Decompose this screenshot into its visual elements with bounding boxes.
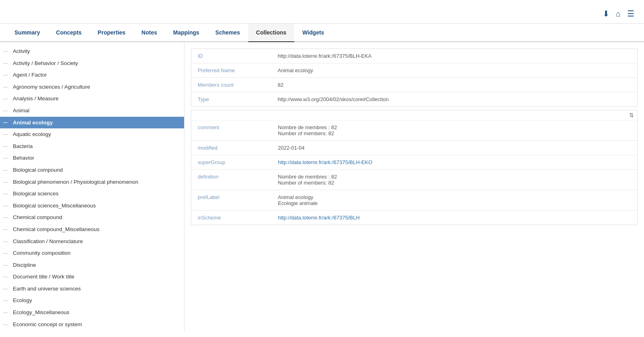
detail-value: 2022-01-04 [271,141,637,155]
table-row: prefLabelAnimal ecologyEcologie animale [191,190,637,211]
table-row: superGrouphttp://data.loterre.fr/ark:/67… [191,155,637,170]
detail-value: Nombre de membres : 82Number of members:… [271,170,637,190]
detail-label: prefLabel [191,190,271,211]
list-item[interactable]: Classification / Nomenclature [0,235,184,248]
table-row: Members count82 [191,78,638,92]
tab-schemes[interactable]: Schemes [207,24,248,42]
collections-list: ActivityActivity / Behavior / SocietyAge… [0,42,184,331]
sort-icon[interactable]: ⇅ [629,112,634,118]
detail-wrapper: IDhttp://data.loterre.fr/ark:/67375/BLH-… [184,42,644,231]
tab-properties[interactable]: Properties [90,24,134,42]
detail-value: http://data.loterre.fr/ark:/67375/BLH [271,211,637,225]
detail-label: modified [191,141,271,155]
list-item[interactable]: Animal ecology [0,117,184,129]
list-item[interactable]: Bacteria [0,140,184,152]
detail-table-1: IDhttp://data.loterre.fr/ark:/67375/BLH-… [191,49,638,107]
list-item[interactable]: Agent / Factor [0,69,184,81]
table-row: modified2022-01-04 [191,141,637,155]
detail-section-2: ⇅ commentNombre de membres : 82Number of… [191,110,638,225]
tab-bar: SummaryConceptsPropertiesNotesMappingsSc… [0,24,644,42]
list-icon[interactable]: ☰ [627,9,634,18]
list-item[interactable]: Agronomy sciences / Agriculture [0,81,184,93]
tab-concepts[interactable]: Concepts [48,24,90,42]
list-item[interactable]: Activity [0,45,184,57]
detail-link[interactable]: http://data.loterre.fr/ark:/67375/BLH-EK… [278,159,373,165]
list-item[interactable]: Economic concept or system [0,319,184,331]
tab-summary[interactable]: Summary [6,24,48,42]
list-item[interactable]: Document title / Work title [0,271,184,283]
detail-value: Animal ecology [271,63,638,78]
section-header: ⇅ [191,110,637,120]
list-item[interactable]: Biological sciences_Miscellaneous [0,200,184,212]
detail-value: http://data.loterre.fr/ark:/67375/BLH-EK… [271,155,637,170]
table-row: inSchemehttp://data.loterre.fr/ark:/6737… [191,211,637,225]
list-item[interactable]: Chemical compound [0,211,184,223]
page-header: ⬇ ⌂ ☰ [0,0,644,24]
detail-value: http://data.loterre.fr/ark:/67375/BLH-EK… [271,49,638,63]
tab-collections[interactable]: Collections [248,24,294,42]
detail-value: Animal ecologyEcologie animale [271,190,637,211]
list-item[interactable]: Ecosystem function [0,330,184,331]
detail-label: Preferred Name [191,63,271,78]
list-item[interactable]: Biological compound [0,164,184,176]
table-row: Typehttp://www.w3.org/2004/02/skos/core#… [191,92,638,107]
list-item[interactable]: Community composition [0,247,184,259]
detail-label: Type [191,92,271,107]
home-icon[interactable]: ⌂ [616,9,621,18]
list-item[interactable]: Earth and universe sciences [0,283,184,295]
table-row: Preferred NameAnimal ecology [191,63,638,78]
detail-label: Members count [191,78,271,92]
list-item[interactable]: Biological sciences [0,188,184,200]
detail-value: http://www.w3.org/2004/02/skos/core#Coll… [271,92,638,107]
download-icon[interactable]: ⬇ [603,9,610,18]
tab-notes[interactable]: Notes [134,24,165,42]
detail-panel: IDhttp://data.loterre.fr/ark:/67375/BLH-… [184,42,644,331]
detail-value: 82 [271,78,638,92]
list-item[interactable]: Analysis / Measure [0,93,184,105]
list-item[interactable]: Aquatic ecology [0,128,184,140]
main-content: ActivityActivity / Behavior / SocietyAge… [0,42,644,331]
detail-label: inScheme [191,211,271,225]
tab-widgets[interactable]: Widgets [294,24,332,42]
list-item[interactable]: Ecology [0,294,184,307]
list-item[interactable]: Animal [0,105,184,117]
list-item[interactable]: Biological phenomenon / Physiological ph… [0,176,184,188]
list-item[interactable]: Behavior [0,152,184,164]
table-row: definitionNombre de membres : 82Number o… [191,170,637,190]
list-item[interactable]: Chemical compound_Miscellaneous [0,223,184,235]
detail-value: Nombre de membres : 82Number of members:… [271,120,637,141]
detail-label: ID [191,49,271,63]
detail-label: superGroup [191,155,271,170]
list-item[interactable]: Activity / Behavior / Society [0,57,184,69]
table-row: IDhttp://data.loterre.fr/ark:/67375/BLH-… [191,49,638,63]
header-actions: ⬇ ⌂ ☰ [603,9,634,18]
table-row: commentNombre de membres : 82Number of m… [191,120,637,141]
detail-label: comment [191,120,271,141]
list-item[interactable]: Ecology_Miscellaneous [0,307,184,319]
list-item[interactable]: Discipline [0,259,184,271]
detail-table-2: commentNombre de membres : 82Number of m… [191,120,637,225]
tab-mappings[interactable]: Mappings [165,24,207,42]
detail-link[interactable]: http://data.loterre.fr/ark:/67375/BLH [278,215,360,221]
detail-label: definition [191,170,271,190]
